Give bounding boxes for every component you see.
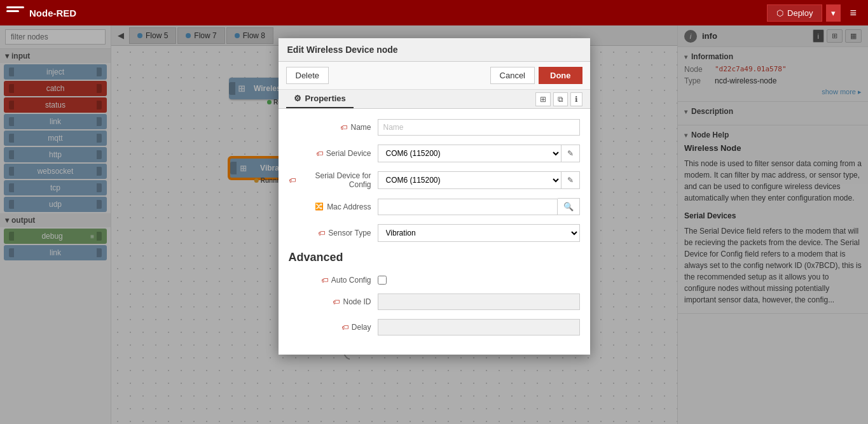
- tag-icon-delay: 🏷: [341, 323, 348, 331]
- deploy-label: Deploy: [787, 8, 813, 18]
- logo-icon: [6, 6, 24, 19]
- dialog-tabs-bar: ⚙ Properties ⊞ ⧉ ℹ: [279, 90, 590, 109]
- gear-icon: ⚙: [294, 94, 301, 103]
- dialog-action-bar: Delete Cancel Done: [279, 62, 590, 90]
- dialog-title: Edit Wireless Device node: [287, 45, 398, 55]
- tag-icon-serial-config: 🏷: [289, 176, 296, 184]
- app-name: Node-RED: [29, 8, 76, 18]
- app-logo: Node-RED: [6, 6, 76, 19]
- sensor-type-select[interactable]: VibrationTemperatureHumidity: [378, 224, 580, 242]
- node-id-label: 🏷 Node ID: [289, 297, 371, 306]
- serial-device-select[interactable]: COM6 (115200): [378, 145, 561, 162]
- tag-icon-auto-config: 🏷: [321, 276, 328, 284]
- serial-device-edit-button[interactable]: ✎: [561, 145, 580, 162]
- dialog-overlay: Edit Wireless Device node Delete Cancel …: [0, 25, 868, 424]
- dialog-title-bar: Edit Wireless Device node: [279, 38, 590, 62]
- dialog-copy-button[interactable]: ⧉: [553, 92, 568, 106]
- deploy-icon: ⬡: [776, 8, 783, 18]
- name-input[interactable]: [378, 119, 580, 136]
- form-row-name: 🏷 Name: [289, 119, 580, 136]
- serial-device-config-select[interactable]: COM6 (115200): [378, 171, 561, 189]
- sensor-type-label: 🏷 Sensor Type: [289, 229, 371, 237]
- form-row-sensor-type: 🏷 Sensor Type VibrationTemperatureHumidi…: [289, 224, 580, 242]
- form-row-auto-config: 🏷 Auto Config: [289, 276, 580, 285]
- mac-address-input[interactable]: [378, 199, 558, 215]
- serial-device-config-label: 🏷 Serial Device for Config: [289, 171, 371, 189]
- topbar: Node-RED ⬡ Deploy ▾ ≡: [0, 0, 868, 25]
- advanced-section-header: Advanced: [289, 251, 580, 267]
- tag-icon-mac: 🔀: [315, 202, 324, 211]
- form-row-mac-address: 🔀 Mac Address 🔍: [289, 198, 580, 215]
- topbar-actions: ⬡ Deploy ▾ ≡: [767, 4, 862, 22]
- dialog-tab-icons: ⊞ ⧉ ℹ: [535, 92, 582, 106]
- dialog-body: 🏷 Name 🏷 Serial Device COM6 (115200) ✎: [279, 109, 590, 355]
- dialog-info-button[interactable]: ℹ: [570, 92, 582, 106]
- serial-device-select-group: COM6 (115200) ✎: [378, 145, 580, 162]
- hamburger-menu-button[interactable]: ≡: [844, 4, 862, 22]
- auto-config-label: 🏷 Auto Config: [289, 276, 371, 285]
- serial-device-label: 🏷 Serial Device: [289, 149, 371, 158]
- cancel-button[interactable]: Cancel: [490, 67, 535, 84]
- delete-button[interactable]: Delete: [286, 67, 329, 84]
- delay-label: 🏷 Delay: [289, 323, 371, 332]
- dialog-tab-properties-label: Properties: [305, 94, 346, 103]
- chevron-down-icon: ▾: [831, 8, 836, 18]
- tag-icon-node-id: 🏷: [333, 298, 340, 306]
- mac-address-input-group: 🔍: [378, 198, 580, 215]
- hamburger-icon: ≡: [850, 6, 857, 19]
- auto-config-checkbox[interactable]: [378, 276, 387, 285]
- tag-icon-name: 🏷: [340, 124, 347, 131]
- node-id-input[interactable]: 0: [378, 293, 580, 310]
- name-label: 🏷 Name: [289, 123, 371, 132]
- edit-dialog: Edit Wireless Device node Delete Cancel …: [279, 38, 590, 355]
- dialog-tab-properties[interactable]: ⚙ Properties: [286, 90, 354, 108]
- serial-device-config-edit-button[interactable]: ✎: [561, 171, 580, 189]
- mac-address-search-button[interactable]: 🔍: [558, 198, 580, 215]
- tag-icon-serial: 🏷: [316, 150, 323, 157]
- serial-device-config-select-group: COM6 (115200) ✎: [378, 171, 580, 189]
- form-row-delay: 🏷 Delay 300: [289, 319, 580, 336]
- deploy-dropdown-button[interactable]: ▾: [826, 4, 841, 22]
- deploy-button[interactable]: ⬡ Deploy: [767, 4, 822, 22]
- form-row-serial-device-config: 🏷 Serial Device for Config COM6 (115200)…: [289, 171, 580, 189]
- dialog-right-actions: Cancel Done: [490, 67, 582, 84]
- form-row-serial-device: 🏷 Serial Device COM6 (115200) ✎: [289, 145, 580, 162]
- delay-input[interactable]: 300: [378, 319, 580, 336]
- mac-address-label: 🔀 Mac Address: [289, 202, 371, 211]
- done-button[interactable]: Done: [539, 67, 582, 84]
- tag-icon-sensor: 🏷: [318, 229, 325, 237]
- dialog-export-button[interactable]: ⊞: [535, 92, 551, 106]
- form-row-node-id: 🏷 Node ID 0: [289, 293, 580, 310]
